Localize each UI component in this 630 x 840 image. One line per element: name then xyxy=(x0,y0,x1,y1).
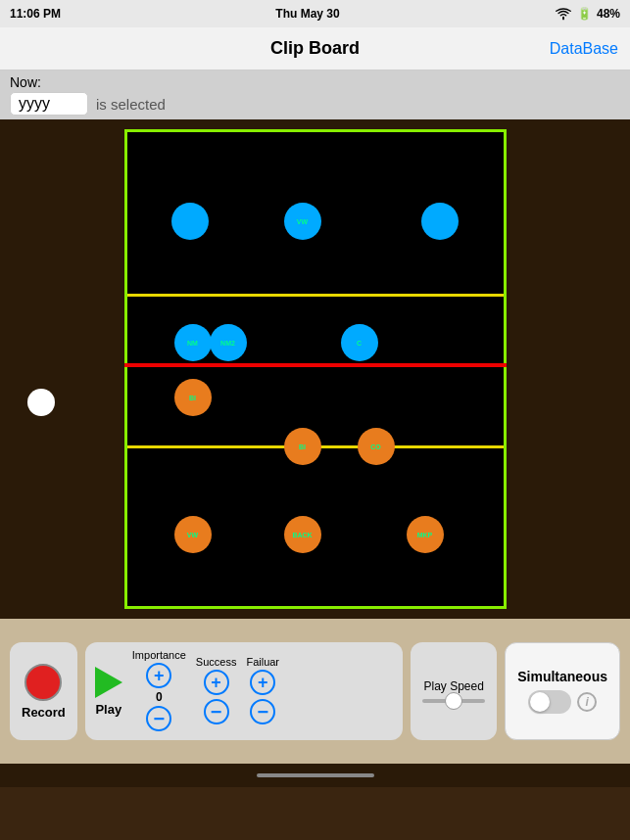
home-indicator xyxy=(257,773,374,777)
nav-bar: Clip Board DataBase xyxy=(0,27,630,70)
database-button[interactable]: DataBase xyxy=(550,40,618,58)
simultaneous-label: Simultaneous xyxy=(517,669,607,684)
battery-percentage: 48% xyxy=(597,7,620,21)
player-blue-3[interactable] xyxy=(421,203,459,240)
wifi-icon xyxy=(555,7,572,21)
player-orange-3[interactable]: CO xyxy=(358,428,395,465)
record-group: Record xyxy=(10,642,77,740)
play-button[interactable] xyxy=(95,667,122,698)
play-group: Play Importance + 0 − Success + − xyxy=(85,642,403,740)
player-blue-4[interactable]: NM xyxy=(174,324,212,361)
player-blue-1[interactable] xyxy=(171,203,209,240)
speed-slider[interactable] xyxy=(422,699,485,703)
status-day: Thu May 30 xyxy=(275,7,339,21)
success-plus-button[interactable]: + xyxy=(204,670,229,695)
status-time: 11:06 PM xyxy=(10,7,61,21)
importance-plus-button[interactable]: + xyxy=(146,663,171,688)
play-col: Play xyxy=(95,667,122,717)
failuar-stepper: Failuar + − xyxy=(246,656,279,726)
now-label: Now: xyxy=(10,74,620,90)
player-blue-6[interactable]: C xyxy=(341,324,378,361)
success-label: Success xyxy=(196,656,237,668)
failuar-minus-button[interactable]: − xyxy=(250,699,275,724)
failuar-plus-button[interactable]: + xyxy=(250,670,275,695)
failuar-label: Failuar xyxy=(246,656,279,668)
success-stepper: Success + − xyxy=(196,656,237,726)
record-label: Record xyxy=(22,705,66,720)
player-orange-1[interactable]: BI xyxy=(174,379,212,416)
success-minus-button[interactable]: − xyxy=(204,699,229,724)
player-blue-5[interactable]: NM2 xyxy=(210,324,247,361)
importance-stepper: Importance + 0 − xyxy=(132,649,186,733)
court[interactable]: VW NM NM2 C BI BI CO VW BACK xyxy=(124,129,507,609)
simultaneous-toggle[interactable] xyxy=(528,690,571,714)
importance-label: Importance xyxy=(132,649,186,661)
battery-icon: 🔋 xyxy=(577,7,592,21)
simultaneous-group: Simultaneous i xyxy=(505,642,620,740)
now-value: yyyy xyxy=(10,92,88,116)
home-bar xyxy=(0,764,630,787)
player-orange-5[interactable]: BACK xyxy=(284,516,321,553)
record-button[interactable] xyxy=(24,664,62,701)
player-orange-4[interactable]: VW xyxy=(174,516,212,553)
player-blue-2[interactable]: VW xyxy=(284,203,321,240)
player-orange-2[interactable]: BI xyxy=(284,428,321,465)
info-button[interactable]: i xyxy=(577,692,597,712)
player-orange-6[interactable]: MKP xyxy=(407,516,444,553)
importance-value: 0 xyxy=(156,690,163,704)
now-selected-text: is selected xyxy=(96,96,166,113)
red-line xyxy=(124,363,507,367)
court-line-1 xyxy=(127,294,504,297)
nav-title: Clip Board xyxy=(270,38,360,59)
simultaneous-toggle-row: i xyxy=(528,690,597,714)
main-area: VW NM NM2 C BI BI CO VW BACK xyxy=(0,119,630,619)
status-bar: 11:06 PM Thu May 30 🔋 48% xyxy=(0,0,630,27)
toggle-thumb xyxy=(530,692,550,712)
now-bar: Now: yyyy is selected xyxy=(0,70,630,119)
play-label: Play xyxy=(95,702,121,717)
importance-minus-button[interactable]: − xyxy=(146,706,171,731)
status-right: 🔋 48% xyxy=(555,7,620,21)
white-ball xyxy=(27,389,55,416)
control-bar: Record Play Importance + 0 − Success + xyxy=(0,619,630,764)
speed-group: Play Speed xyxy=(411,642,497,740)
speed-label: Play Speed xyxy=(424,679,484,693)
